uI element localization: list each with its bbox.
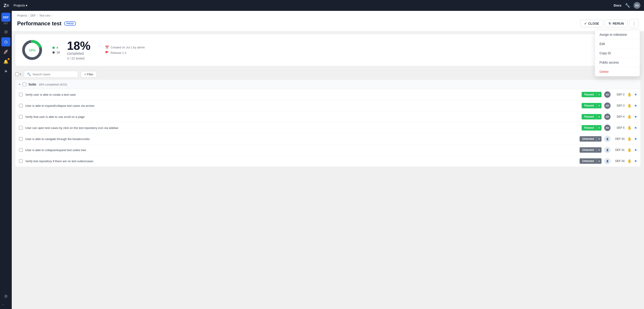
status-dropdown-arrow[interactable]: ▾ (596, 159, 602, 164)
dropdown-item-delete[interactable]: Delete (595, 67, 640, 76)
prod-badge: PROD (64, 21, 76, 26)
row-checkbox[interactable] (19, 159, 22, 163)
test-row: User can open test cases by click on the… (15, 122, 640, 133)
search-icon: 🔍 (27, 72, 31, 76)
test-row: User is able to collapse/expand test sui… (15, 145, 640, 156)
sidebar-item-flag[interactable]: ⚑ (1, 67, 10, 76)
sidebar-item-clock[interactable]: ◷ (1, 37, 10, 46)
status-dropdown-arrow[interactable]: ▾ (596, 148, 602, 152)
status-badge[interactable]: Passed ▾ (582, 92, 602, 97)
issue-id: DEF-2 (613, 93, 624, 96)
breadcrumb-def[interactable]: DEF (30, 14, 36, 17)
rerun-button[interactable]: ↻ RERUN (605, 20, 628, 27)
status-badge-text: Passed (582, 92, 596, 97)
user-avatar[interactable]: AD (634, 2, 640, 9)
page-title-row: Performance test PROD ✓ CLOSE ↻ RERUN ⋮ (17, 19, 638, 28)
more-options-button[interactable]: ⋮ (630, 19, 638, 28)
status-dot (634, 93, 637, 96)
donut-label: 18% (29, 48, 36, 52)
drag-handle-icon[interactable]: ✋ (627, 126, 632, 130)
donut-chart: 18% (21, 39, 44, 61)
drag-handle-icon[interactable]: ✋ (627, 93, 632, 97)
sidebar-item-rocket[interactable]: 🚀 (1, 47, 10, 56)
breadcrumb-testruns[interactable]: Test runs (39, 14, 50, 17)
select-all-checkbox[interactable] (15, 72, 19, 76)
issue-id: DEF-33 (613, 137, 624, 140)
status-dropdown-arrow[interactable]: ▾ (596, 137, 602, 141)
search-input[interactable] (32, 73, 75, 76)
select-all-wrapper: ▾ (15, 72, 21, 76)
status-dropdown-arrow[interactable]: ▾ (596, 92, 602, 97)
notification-badge (8, 58, 10, 60)
sidebar-item-gear[interactable]: ⚙ (1, 292, 10, 301)
status-badge-text: Untested (580, 147, 596, 153)
drag-handle-icon[interactable]: ✋ (627, 159, 632, 163)
status-badge[interactable]: Passed ▾ (582, 125, 602, 131)
assignee-avatar: 👤 (604, 158, 610, 164)
sidebar-item-grid[interactable]: ⊞ (1, 27, 10, 37)
drag-handle-icon[interactable]: ✋ (627, 148, 632, 152)
status-badge[interactable]: Passed ▾ (582, 103, 602, 108)
nav-left: Z≡ Projects ▾ (4, 3, 27, 8)
status-dot (634, 127, 637, 129)
sidebar-project-sub: DEF (4, 22, 8, 25)
suite-checkbox[interactable] (22, 83, 26, 86)
page-header: Projects / DEF / Test runs / Performance… (12, 11, 644, 32)
status-badge-text: Untested (580, 136, 596, 142)
breadcrumb: Projects / DEF / Test runs / (17, 14, 638, 17)
dropdown-menu: Assign to milestoneEditCopy IDPublic acc… (595, 30, 640, 77)
test-case-name: User can open test cases by click on the… (25, 126, 579, 130)
meta-milestone: 🚩 Release 1.2 (105, 51, 145, 55)
status-dropdown-arrow[interactable]: ▾ (596, 114, 602, 119)
drag-handle-icon[interactable]: ✋ (627, 115, 632, 119)
test-case-name: Verify that user is able to use scroll o… (25, 115, 579, 119)
status-dot (634, 160, 637, 162)
test-row: User is able to expand/collapse test cas… (15, 100, 640, 111)
test-row: Verify user is able to create a test cas… (15, 89, 640, 100)
status-dot (634, 149, 637, 151)
status-badge[interactable]: Untested ▾ (580, 147, 602, 153)
legend-untested: 18 (52, 51, 60, 54)
row-checkbox[interactable] (19, 93, 22, 96)
suite-collapse-arrow[interactable]: ▾ (19, 83, 20, 86)
dropdown-item-assign-to-milestone[interactable]: Assign to milestone (595, 30, 640, 39)
legend-passed-value: 4 (56, 46, 58, 49)
drag-handle-icon[interactable]: ✋ (627, 137, 632, 141)
dropdown-item-copy-id[interactable]: Copy ID (595, 49, 640, 58)
status-dropdown-arrow[interactable]: ▾ (596, 103, 602, 108)
select-all-arrow[interactable]: ▾ (20, 73, 21, 76)
docs-link[interactable]: Docs (614, 4, 622, 7)
status-badge[interactable]: Passed ▾ (582, 114, 602, 119)
dropdown-item-public-access[interactable]: Public access (595, 58, 640, 67)
test-row: Verify test repository if there are no t… (15, 156, 640, 167)
filter-button[interactable]: + Filter (81, 71, 97, 78)
row-checkbox[interactable] (19, 104, 22, 107)
projects-menu[interactable]: Projects ▾ (14, 4, 28, 7)
legend-dot-passed (52, 47, 55, 49)
sidebar-item-bell[interactable]: 🔔 (1, 57, 10, 66)
status-badge[interactable]: Untested ▾ (580, 158, 602, 164)
legend-untested-value: 18 (56, 51, 60, 54)
dropdown-item-edit[interactable]: Edit (595, 39, 640, 48)
filter-bar: ▾ 🔍 + Filter (12, 69, 644, 80)
sidebar-project-def[interactable]: DEF (1, 13, 10, 22)
status-badge[interactable]: Untested ▾ (580, 136, 602, 142)
close-button[interactable]: ✓ CLOSE (580, 20, 603, 27)
sidebar-collapse-arrow[interactable]: → (1, 303, 10, 306)
row-checkbox[interactable] (19, 148, 22, 152)
test-row: Verify that user is able to use scroll o… (15, 111, 640, 122)
test-case-name: Verify user is able to create a test cas… (25, 93, 579, 96)
breadcrumb-projects[interactable]: Projects (17, 14, 27, 17)
row-checkbox[interactable] (19, 137, 22, 141)
rerun-icon: ↻ (608, 22, 611, 25)
nav-right: Docs 🔧 AD (614, 2, 640, 9)
status-dot (634, 105, 637, 107)
calendar-icon: 📅 (105, 46, 109, 49)
status-dropdown-arrow[interactable]: ▾ (596, 126, 602, 130)
drag-handle-icon[interactable]: ✋ (627, 104, 632, 108)
row-checkbox[interactable] (19, 126, 22, 130)
test-row: User is able to navigate through the bre… (15, 133, 640, 145)
issue-id: DEF-4 (613, 115, 624, 118)
row-checkbox[interactable] (19, 115, 22, 119)
wrench-icon[interactable]: 🔧 (625, 3, 630, 8)
